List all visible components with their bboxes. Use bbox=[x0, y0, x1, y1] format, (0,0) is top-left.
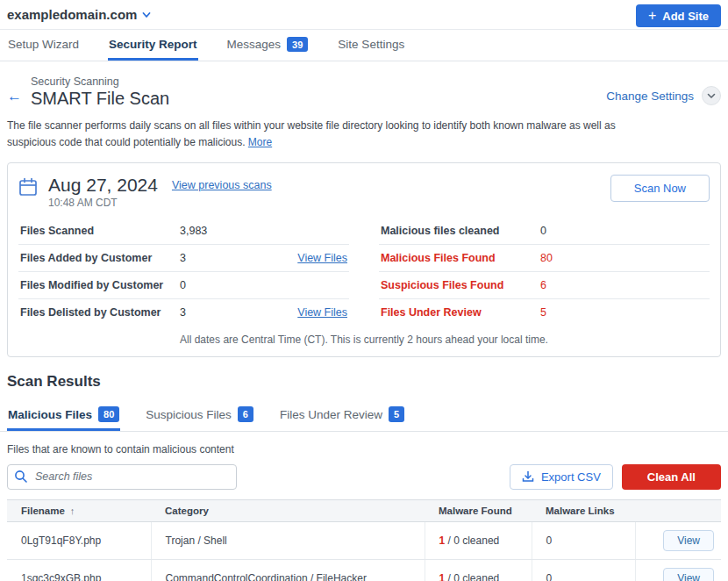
chevron-down-icon bbox=[707, 91, 716, 100]
malicious-count-badge: 80 bbox=[98, 406, 119, 421]
page-header: ← Security Scanning SMART File Scan Chan… bbox=[0, 61, 728, 109]
stat-value: 6 bbox=[540, 279, 546, 291]
cell-category: CommandControlCoordination / FileHacker bbox=[151, 559, 425, 581]
tab-security-report[interactable]: Security Report bbox=[108, 30, 198, 61]
cleaned-count: / 0 cleaned bbox=[445, 572, 499, 581]
cell-category: Trojan / Shell bbox=[151, 521, 425, 559]
view-previous-scans-link[interactable]: View previous scans bbox=[172, 179, 272, 191]
search-input[interactable] bbox=[7, 464, 237, 490]
tab-label: Site Settings bbox=[338, 38, 404, 51]
suspicious-count-badge: 6 bbox=[238, 406, 253, 421]
export-csv-label: Export CSV bbox=[541, 470, 601, 484]
scan-results-title: Scan Results bbox=[7, 373, 721, 391]
tab-label: Files Under Review bbox=[280, 408, 382, 421]
table-header-row: Filename↑ Category Malware Found Malware… bbox=[7, 499, 721, 521]
cell-actions: View bbox=[635, 559, 721, 581]
malicious-files-table: Filename↑ Category Malware Found Malware… bbox=[7, 499, 721, 581]
tab-label: Malicious Files bbox=[8, 408, 92, 421]
back-arrow-icon[interactable]: ← bbox=[7, 88, 22, 105]
cleaned-count: / 0 cleaned bbox=[445, 534, 499, 547]
cell-filename: 1sgc3c9xGB.php bbox=[7, 559, 151, 581]
top-bar: exampledomain.com + Add Site bbox=[0, 0, 728, 30]
section-eyebrow: Security Scanning bbox=[31, 75, 169, 88]
results-tabs: Malicious Files 80 Suspicious Files 6 Fi… bbox=[0, 399, 728, 431]
page-title: SMART File Scan bbox=[31, 89, 169, 109]
tab-label: Messages bbox=[227, 38, 282, 51]
plus-icon: + bbox=[648, 9, 656, 23]
stat-row-alert: Malicious Files Found 80 bbox=[379, 245, 710, 272]
change-settings-link[interactable]: Change Settings bbox=[606, 90, 694, 103]
scan-stats-left: Files Scanned 3,983 Files Added by Custo… bbox=[18, 218, 349, 326]
stat-value: 3 bbox=[180, 252, 186, 264]
stat-label: Files Scanned bbox=[20, 225, 180, 237]
stat-row: Files Modified by Customer 0 bbox=[18, 272, 349, 299]
settings-expand-button[interactable] bbox=[702, 86, 721, 105]
add-site-button[interactable]: + Add Site bbox=[636, 4, 721, 27]
cell-malware-found: 1 / 0 cleaned bbox=[425, 521, 532, 559]
feature-description: The file scanner performs daily scans on… bbox=[0, 109, 653, 150]
scan-stats-right: Malicious files cleaned 0 Malicious File… bbox=[379, 218, 710, 326]
stat-label: Files Modified by Customer bbox=[20, 279, 180, 291]
scan-time: 10:48 AM CDT bbox=[48, 197, 158, 209]
stat-value: 0 bbox=[180, 279, 186, 291]
search-icon bbox=[14, 470, 28, 484]
stat-row: Files Delisted by Customer 3 View Files bbox=[18, 299, 349, 326]
tab-messages[interactable]: Messages 39 bbox=[226, 30, 310, 61]
column-malware-links: Malware Links bbox=[532, 499, 635, 521]
domain-name: exampledomain.com bbox=[7, 7, 137, 22]
stat-label: Suspicious Files Found bbox=[381, 279, 540, 291]
download-icon bbox=[522, 470, 534, 483]
stat-value: 0 bbox=[540, 225, 546, 237]
stat-row-alert: Suspicious Files Found 6 bbox=[379, 272, 710, 299]
column-label: Malware Links bbox=[546, 506, 615, 516]
timezone-note: All dates are Central Time (CT). This is… bbox=[8, 326, 720, 356]
results-toolbar: Export CSV Clean All bbox=[7, 464, 721, 490]
stat-label: Malicious files cleaned bbox=[381, 225, 540, 237]
cell-filename: 0LgT91qF8Y.php bbox=[7, 521, 151, 559]
tab-files-under-review[interactable]: Files Under Review 5 bbox=[279, 399, 405, 430]
tab-label: Security Report bbox=[109, 38, 197, 51]
description-text: The file scanner performs daily scans on… bbox=[7, 119, 616, 148]
scan-date: Aug 27, 2024 bbox=[48, 175, 158, 196]
stat-label: Files Added by Customer bbox=[20, 252, 180, 264]
stat-row: Files Scanned 3,983 bbox=[18, 218, 349, 245]
view-button[interactable]: View bbox=[663, 530, 714, 551]
stat-value: 80 bbox=[540, 252, 553, 264]
column-label: Filename bbox=[21, 506, 65, 516]
tab-label: Setup Wizard bbox=[8, 38, 79, 51]
stat-row-alert: Files Under Review 5 bbox=[379, 299, 710, 326]
tab-suspicious-files[interactable]: Suspicious Files 6 bbox=[145, 399, 254, 430]
view-files-link[interactable]: View Files bbox=[297, 306, 347, 319]
export-csv-button[interactable]: Export CSV bbox=[510, 464, 613, 490]
stat-row: Malicious files cleaned 0 bbox=[379, 218, 710, 245]
clean-all-button[interactable]: Clean All bbox=[622, 464, 721, 490]
column-actions bbox=[635, 499, 721, 521]
add-site-label: Add Site bbox=[662, 10, 709, 23]
sort-asc-icon: ↑ bbox=[70, 506, 75, 516]
scan-now-button[interactable]: Scan Now bbox=[610, 175, 710, 202]
stat-value: 3 bbox=[180, 306, 186, 319]
tab-setup-wizard[interactable]: Setup Wizard bbox=[7, 30, 80, 61]
cell-malware-links: 0 bbox=[532, 521, 635, 559]
view-button[interactable]: View bbox=[663, 568, 714, 581]
calendar-icon bbox=[18, 177, 38, 197]
stat-value: 5 bbox=[540, 306, 546, 319]
scan-summary-card: Aug 27, 2024 10:48 AM CDT View previous … bbox=[7, 162, 721, 357]
more-link[interactable]: More bbox=[248, 136, 272, 148]
column-label: Malware Found bbox=[439, 506, 512, 516]
stat-label: Files Delisted by Customer bbox=[20, 306, 180, 319]
stat-label: Files Under Review bbox=[381, 306, 540, 319]
column-filename[interactable]: Filename↑ bbox=[7, 499, 151, 521]
view-files-link[interactable]: View Files bbox=[297, 252, 347, 264]
column-malware-found: Malware Found bbox=[425, 499, 532, 521]
stat-label: Malicious Files Found bbox=[381, 252, 540, 264]
tab-site-settings[interactable]: Site Settings bbox=[337, 30, 405, 61]
column-category: Category bbox=[151, 499, 425, 521]
chevron-down-icon bbox=[142, 11, 151, 19]
site-selector[interactable]: exampledomain.com bbox=[7, 7, 151, 22]
messages-count-badge: 39 bbox=[287, 37, 308, 52]
tab-malicious-files[interactable]: Malicious Files 80 bbox=[7, 399, 120, 430]
main-nav-tabs: Setup Wizard Security Report Messages 39… bbox=[0, 30, 728, 61]
table-row: 1sgc3c9xGB.php CommandControlCoordinatio… bbox=[7, 559, 721, 581]
stat-row: Files Added by Customer 3 View Files bbox=[18, 245, 349, 272]
